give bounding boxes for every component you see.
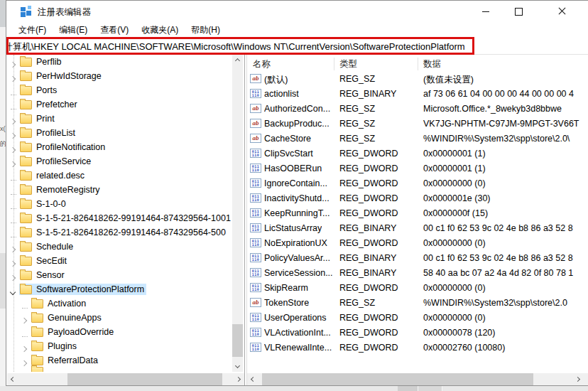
registry-value-row[interactable]: 011 110IgnoreContain...REG_DWORD0x000000… xyxy=(247,176,588,191)
tree-item[interactable]: Plugins xyxy=(7,339,232,353)
tree-item[interactable]: Prefetcher xyxy=(7,97,232,112)
tree-panel[interactable]: PerflibPerHwIdStoragePortsPrefetcherPrin… xyxy=(7,55,232,372)
tree-node[interactable]: related.desc xyxy=(19,170,87,181)
menu-edit[interactable]: 编辑(E) xyxy=(53,23,94,38)
column-header-name[interactable]: 名称 xyxy=(253,58,271,70)
tree-item[interactable]: Schedule xyxy=(7,240,232,254)
panel-splitter[interactable] xyxy=(244,55,245,385)
tree-node[interactable]: S-1-0-0 xyxy=(19,198,68,210)
tree-node[interactable]: Perflib xyxy=(19,56,63,68)
menu-file[interactable]: 文件(F) xyxy=(12,23,53,38)
tree-vertical-scrollbar[interactable] xyxy=(232,55,243,372)
expand-arrow-icon[interactable] xyxy=(11,59,16,65)
scrollbar-thumb[interactable] xyxy=(232,324,243,357)
tree-item[interactable]: ProfileNotification xyxy=(7,140,232,154)
tree-item[interactable]: related.desc xyxy=(7,168,232,183)
registry-value-row[interactable]: 011 110VLActivationInt...REG_DWORD0x0000… xyxy=(247,326,588,341)
tree-node[interactable]: PayloadOverride xyxy=(31,326,116,338)
expand-arrow-icon[interactable] xyxy=(11,244,16,250)
expand-arrow-icon[interactable] xyxy=(11,130,16,136)
registry-value-row[interactable]: 011 110UserOperationsREG_DWORD0x00000000… xyxy=(247,311,588,326)
tree-node[interactable]: Plugins xyxy=(31,341,79,352)
tree-item[interactable]: SecEdit xyxy=(7,254,232,268)
tree-item[interactable]: GenuineApps xyxy=(7,311,232,325)
tree-node[interactable]: Print xyxy=(19,113,57,124)
tree-node[interactable]: S-1-5-21-826418262-99191464-874329564-50… xyxy=(19,227,228,238)
column-separator[interactable] xyxy=(334,58,334,70)
registry-value-row[interactable]: 011 110KeepRunningT...REG_DWORD0x0000000… xyxy=(247,206,588,221)
tree-item[interactable]: S-1-5-21-826418262-99191464-874329564-50… xyxy=(7,225,232,240)
tree-horizontal-scrollbar[interactable] xyxy=(7,373,244,385)
registry-value-row[interactable]: 011 110NoExpirationUXREG_DWORD0x00000000… xyxy=(247,236,588,251)
tree-node[interactable]: SecEdit xyxy=(19,255,69,267)
registry-value-row[interactable]: 011 110PolicyValuesAr...REG_BINARY00 c1 … xyxy=(247,251,588,266)
tree-node[interactable] xyxy=(31,366,50,373)
tree-item[interactable]: ProfileList xyxy=(7,126,232,140)
registry-value-row[interactable]: 011 110ServiceSession...REG_BINARY58 40 … xyxy=(247,266,588,281)
expand-arrow-icon[interactable] xyxy=(11,116,16,122)
tree-item[interactable]: S-1-5-21-826418262-99191464-874329564-10… xyxy=(7,211,232,225)
tree-node[interactable]: S-1-5-21-826418262-99191464-874329564-10… xyxy=(19,213,232,224)
collapse-arrow-icon[interactable] xyxy=(11,286,16,292)
tree-item[interactable]: PerHwIdStorage xyxy=(7,69,232,83)
scroll-up-button[interactable] xyxy=(232,55,243,65)
tree-node[interactable]: ProfileList xyxy=(19,127,77,139)
title-bar[interactable]: 注册表编辑器 xyxy=(6,1,588,22)
registry-value-row[interactable]: abTokenStoreREG_SZ%WINDIR%\System32\spp\… xyxy=(247,296,588,311)
registry-value-row[interactable]: abBackupProduc...REG_SZVK7JG-NPHTM-C97JM… xyxy=(247,117,588,132)
registry-value-row[interactable]: 011 110SkipRearmREG_DWORD0x00000000 (0) xyxy=(247,281,588,296)
expand-arrow-icon[interactable] xyxy=(22,343,28,349)
list-horizontal-scrollbar[interactable] xyxy=(247,373,588,385)
scroll-left-button[interactable] xyxy=(7,373,18,385)
scrollbar-thumb[interactable] xyxy=(67,373,222,385)
tree-item[interactable]: RemoteRegistry xyxy=(7,183,232,197)
tree-node[interactable]: GenuineApps xyxy=(31,312,104,323)
expand-arrow-icon[interactable] xyxy=(11,73,16,79)
registry-value-row[interactable]: abCacheStoreREG_SZ%WINDIR%\System32\spp\… xyxy=(247,132,588,146)
menu-help[interactable]: 帮助(H) xyxy=(185,23,227,38)
tree-node[interactable]: Activation xyxy=(31,298,88,309)
tree-item[interactable]: S-1-0-0 xyxy=(7,197,232,211)
registry-value-row[interactable]: 011 110LicStatusArrayREG_BINARY00 c1 f0 … xyxy=(247,221,588,236)
expand-arrow-icon[interactable] xyxy=(22,315,28,321)
tree-item[interactable]: Sensor xyxy=(7,268,232,282)
menu-favorites[interactable]: 收藏夹(A) xyxy=(135,23,185,38)
registry-value-row[interactable]: 011 110HasOOBERunREG_DWORD0x00000001 (1) xyxy=(247,161,588,176)
tree-node[interactable]: PerHwIdStorage xyxy=(19,70,104,82)
tree-node[interactable]: ReferralData xyxy=(31,355,100,366)
column-header-data[interactable]: 数据 xyxy=(423,58,441,70)
tree-item[interactable]: Activation xyxy=(7,296,232,311)
scroll-right-button[interactable] xyxy=(234,373,244,385)
scroll-left-button[interactable] xyxy=(247,373,258,385)
tree-node[interactable]: Prefetcher xyxy=(19,99,80,110)
menu-view[interactable]: 查看(V) xyxy=(94,23,135,38)
tree-node[interactable]: SoftwareProtectionPlatform xyxy=(19,284,146,295)
tree-item[interactable]: Print xyxy=(7,112,232,126)
close-button[interactable] xyxy=(535,1,588,22)
column-separator[interactable] xyxy=(418,58,418,70)
tree-item[interactable] xyxy=(7,368,232,372)
tree-item[interactable]: Perflib xyxy=(7,55,232,69)
tree-item[interactable]: ProfileService xyxy=(7,154,232,168)
registry-value-row[interactable]: abAuthorizedCon...REG_SZMicrosoft.Office… xyxy=(247,102,588,117)
tree-item[interactable]: PayloadOverride xyxy=(7,325,232,339)
maximize-button[interactable] xyxy=(502,1,535,22)
scrollbar-thumb[interactable] xyxy=(262,373,533,385)
expand-arrow-icon[interactable] xyxy=(11,159,16,164)
address-input[interactable] xyxy=(6,38,588,54)
tree-node[interactable]: Sensor xyxy=(19,269,67,281)
tree-node[interactable]: ProfileService xyxy=(19,156,93,167)
minimize-button[interactable] xyxy=(469,1,502,22)
tree-item[interactable]: SoftwareProtectionPlatform xyxy=(7,282,232,296)
registry-value-row[interactable]: 011 110actionlistREG_BINARYaf 73 06 61 0… xyxy=(247,87,588,102)
values-panel[interactable]: 名称 类型 数据 ab(默认)REG_SZ(数值未设置)011 110actio… xyxy=(247,55,588,372)
tree-node[interactable]: Ports xyxy=(19,85,59,96)
expand-arrow-icon[interactable] xyxy=(22,358,28,363)
expand-arrow-icon[interactable] xyxy=(11,258,16,264)
scroll-right-button[interactable] xyxy=(573,373,584,385)
expand-arrow-icon[interactable] xyxy=(11,272,16,278)
registry-value-row[interactable]: 011 110VLRenewalInte...REG_DWORD0x000027… xyxy=(247,341,588,355)
tree-node[interactable]: Schedule xyxy=(19,241,75,252)
tree-node[interactable]: ProfileNotification xyxy=(19,141,107,153)
registry-value-row[interactable]: 011 110InactivityShutd...REG_DWORD0x0000… xyxy=(247,191,588,206)
